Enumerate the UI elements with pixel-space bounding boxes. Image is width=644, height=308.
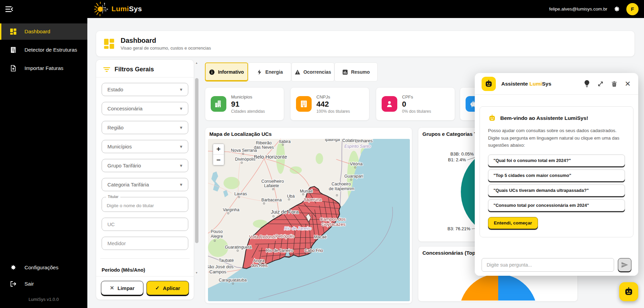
map-label: de Itapemirim: [329, 186, 354, 191]
settings-gear-icon[interactable]: [613, 5, 621, 13]
sidebar-item-label: Dashboard: [24, 29, 50, 35]
medidor-input[interactable]: [102, 237, 188, 250]
sidebar-item-label: Sair: [24, 281, 34, 287]
map-label: Lafaiete: [264, 183, 279, 188]
sidebar-item-detector-de-estruturas[interactable]: Detector de Estruturas: [0, 42, 87, 58]
filters-scrollbar[interactable]: ▲ ▼: [194, 60, 199, 275]
stat-caption: 0% dos titulares: [402, 109, 431, 114]
robot-avatar-icon: [482, 77, 496, 91]
map-label: Belo Horizonte: [254, 154, 287, 160]
tab-resumo[interactable]: Resumo: [334, 62, 378, 81]
map-panel: Mapa de Localização UCs: [205, 127, 412, 304]
sidebar-item-configuracoes[interactable]: Configurações: [0, 259, 87, 276]
gear-icon: [10, 264, 17, 271]
stat-value: 0: [402, 100, 431, 109]
grupo-tarifario-dropdown[interactable]: Grupo Tarifário▼: [102, 159, 188, 172]
map-canvas[interactable]: Ipatinga Ribeirão das Neves Itabira Cola…: [208, 139, 410, 301]
chevron-down-icon: ▼: [179, 144, 183, 149]
stat-card-cnpjs: CNPJs 442 100% dos titulares: [290, 87, 369, 121]
sidebar-item-importar-faturas[interactable]: Importar Faturas: [0, 60, 87, 76]
sidebar-item-sair[interactable]: Sair: [0, 276, 87, 292]
chat-question-input[interactable]: [482, 258, 614, 272]
map-label: Nova Serrana: [231, 148, 257, 153]
filters-title: Filtros Gerais: [115, 66, 154, 73]
trash-icon[interactable]: [610, 80, 618, 88]
app-version: LumiSys v1.0.0: [0, 292, 87, 305]
pie-label: B1: 2.4%: [448, 157, 466, 162]
brand-name: LumiSys: [111, 5, 142, 13]
map-label: Varginha: [223, 207, 240, 212]
sidebar-item-label: Configurações: [24, 265, 58, 271]
expand-icon[interactable]: [597, 80, 604, 88]
categoria-tarifaria-dropdown[interactable]: Categoria Tarifária▼: [102, 178, 188, 191]
estado-dropdown[interactable]: Estado▼: [102, 83, 188, 96]
map-label: Muriaé: [300, 189, 313, 194]
map-label: Barbacena: [261, 198, 282, 202]
concessionaria-dropdown[interactable]: Concessionária▼: [102, 102, 188, 115]
stat-card-cpfs: CPFs 0 0% dos titulares: [376, 87, 455, 121]
start-button[interactable]: Entendi, começar: [488, 217, 538, 229]
municipios-dropdown[interactable]: Municípios▼: [102, 140, 188, 153]
stat-caption: 100% dos titulares: [316, 109, 350, 114]
chevron-down-icon: ▼: [179, 125, 183, 130]
robot-icon: [488, 114, 496, 122]
suggestion-button-4[interactable]: "Consumo total por concessionária em 202…: [488, 199, 625, 211]
sidebar-toggle-icon[interactable]: [5, 5, 14, 14]
map-label: Itabira: [279, 139, 291, 144]
avatar[interactable]: F: [626, 3, 639, 15]
suggestion-button-1[interactable]: "Qual foi o consumo total em 2024?": [488, 155, 625, 166]
assistant-title: Assistente LumiSys: [501, 81, 551, 87]
send-button[interactable]: [618, 258, 631, 272]
suggestion-button-3[interactable]: "Quais UCs tiveram demanda ultrapassada?…: [488, 184, 625, 196]
map-label: Ipatinga: [325, 139, 340, 142]
brand-logo: LumiSys: [94, 1, 142, 17]
tab-energia[interactable]: Energia: [248, 62, 291, 81]
scrollbar-thumb[interactable]: [195, 78, 198, 243]
apply-filters-button[interactable]: ✓Aplicar: [146, 281, 189, 295]
regiao-dropdown[interactable]: Região▼: [102, 121, 188, 134]
topbar: LumiSys felipe.alves@lumisys.com.br F: [0, 0, 644, 18]
person-icon: [382, 96, 397, 112]
dashboard-grid-icon: [10, 28, 17, 35]
scroll-up-arrow[interactable]: ▲: [194, 60, 199, 65]
map-label: Ubá: [287, 194, 295, 199]
assistant-input-bar: [475, 254, 638, 276]
dashboard-tabs: Informativo Energia Ocorrencias Resumo: [205, 62, 378, 81]
zoom-out-button[interactable]: −: [213, 155, 224, 165]
titular-input[interactable]: [102, 197, 188, 212]
pie-label: B3B: 0.05%: [450, 151, 474, 157]
logout-icon: [10, 280, 17, 288]
sidebar-item-dashboard[interactable]: Dashboard: [0, 23, 87, 40]
page-header: Dashboard Visao geral de consumo, custos…: [96, 31, 635, 57]
city-icon: [211, 96, 226, 112]
user-email: felipe.alves@lumisys.com.br: [549, 6, 607, 12]
close-icon[interactable]: ✕: [624, 80, 631, 88]
warning-triangle-icon: [295, 69, 300, 75]
map-label: Divinópolis: [235, 157, 255, 162]
map-label: Alegre: [211, 234, 223, 239]
building-icon: [10, 46, 17, 54]
chevron-down-icon: ▼: [179, 182, 183, 187]
assistant-fab-button[interactable]: [619, 282, 638, 301]
uc-input[interactable]: [102, 218, 188, 231]
stat-card-municipios: Municípios 91 Cidades atendidas: [205, 87, 284, 121]
tab-ocorrencias[interactable]: Ocorrencias: [291, 62, 334, 81]
clear-filters-button[interactable]: ✕Limpar: [101, 281, 143, 295]
map-label: Guarapari: [344, 174, 363, 179]
period-label: Período (Mês/Ano): [102, 265, 188, 273]
map-label: Caraguatatuba: [219, 278, 247, 283]
sidebar-item-label: Detector de Estruturas: [24, 47, 77, 53]
lightbulb-icon[interactable]: [583, 80, 591, 88]
stat-label: CNPJs: [316, 94, 350, 99]
tab-informativo[interactable]: Informativo: [205, 62, 248, 81]
check-icon: ✓: [155, 285, 160, 291]
assistant-panel: Assistente LumiSys ✕ Bem-vindo ao Assist…: [475, 73, 638, 276]
stat-caption: Cidades atendidas: [231, 109, 265, 114]
map-zoom-control: + −: [213, 144, 224, 165]
scroll-down-arrow[interactable]: ▼: [194, 270, 199, 275]
suggestion-button-2[interactable]: "Top 5 cidades com maior consumo": [488, 169, 625, 181]
map-label: Vitória: [350, 161, 363, 166]
pie-label: B3: 76.21%: [448, 226, 471, 231]
map-label: Pouso: [211, 229, 223, 234]
zoom-in-button[interactable]: +: [213, 144, 224, 155]
